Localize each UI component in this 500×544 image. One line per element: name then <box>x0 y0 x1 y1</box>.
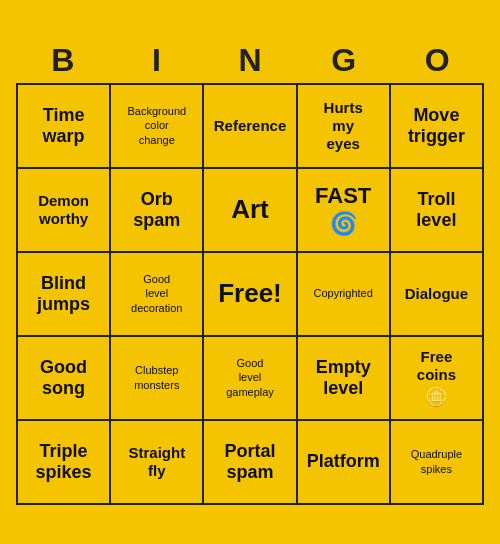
cell-label: Free! <box>218 279 282 308</box>
header-letter: G <box>297 40 391 81</box>
bingo-cell-r2c1: Goodleveldecoration <box>111 253 204 337</box>
bingo-card: BINGO TimewarpBackgroundcolorchangeRefer… <box>10 34 490 511</box>
cell-label: Hurtsmyeyes <box>324 99 363 153</box>
cell-label: Freecoins <box>417 348 456 384</box>
bingo-cell-r4c4: Quadruplespikes <box>391 421 484 505</box>
bingo-cell-r1c0: Demonworthy <box>18 169 111 253</box>
cell-label: Dialogue <box>405 285 468 303</box>
cell-label: Clubstepmonsters <box>134 363 179 392</box>
header-letter: B <box>16 40 110 81</box>
cell-label: Timewarp <box>43 105 85 146</box>
bingo-cell-r3c2: Goodlevelgameplay <box>204 337 297 421</box>
cell-label: Triplespikes <box>36 441 92 482</box>
cell-label: FAST <box>315 183 371 209</box>
coin-icon: 🪙 <box>425 386 447 408</box>
bingo-grid: TimewarpBackgroundcolorchangeReferenceHu… <box>16 83 484 505</box>
bingo-cell-r2c0: Blindjumps <box>18 253 111 337</box>
cell-label: Goodleveldecoration <box>131 272 182 315</box>
bingo-cell-r4c0: Triplespikes <box>18 421 111 505</box>
header-letter: I <box>110 40 204 81</box>
bingo-cell-r1c4: Trolllevel <box>391 169 484 253</box>
bingo-cell-r3c3: Emptylevel <box>298 337 391 421</box>
cell-label: Goodsong <box>40 357 87 398</box>
cell-label: Art <box>231 195 269 224</box>
bingo-cell-r0c0: Timewarp <box>18 85 111 169</box>
cell-label: Movetrigger <box>408 105 465 146</box>
header-letter: N <box>203 40 297 81</box>
fast-icon: 🌀 <box>330 211 357 237</box>
bingo-header: BINGO <box>16 40 484 81</box>
cell-label: Goodlevelgameplay <box>226 356 274 399</box>
cell-label: Trolllevel <box>416 189 456 230</box>
bingo-cell-r1c2: Art <box>204 169 297 253</box>
cell-label: Demonworthy <box>38 192 89 228</box>
bingo-cell-r4c2: Portalspam <box>204 421 297 505</box>
bingo-cell-r2c3: Copyrighted <box>298 253 391 337</box>
cell-label: Straightfly <box>128 444 185 480</box>
bingo-cell-r1c1: Orbspam <box>111 169 204 253</box>
bingo-cell-r0c1: Backgroundcolorchange <box>111 85 204 169</box>
bingo-cell-r3c4: Freecoins🪙 <box>391 337 484 421</box>
cell-label: Reference <box>214 117 287 135</box>
bingo-cell-r2c4: Dialogue <box>391 253 484 337</box>
cell-label: Quadruplespikes <box>411 447 462 476</box>
bingo-cell-r0c4: Movetrigger <box>391 85 484 169</box>
cell-label: Copyrighted <box>314 286 373 300</box>
cell-label: Portalspam <box>224 441 275 482</box>
bingo-cell-r3c1: Clubstepmonsters <box>111 337 204 421</box>
cell-label: Orbspam <box>133 189 180 230</box>
cell-label: Blindjumps <box>37 273 90 314</box>
bingo-cell-r0c3: Hurtsmyeyes <box>298 85 391 169</box>
bingo-cell-r4c3: Platform <box>298 421 391 505</box>
cell-label: Platform <box>307 451 380 472</box>
bingo-cell-r1c3: FAST🌀 <box>298 169 391 253</box>
bingo-cell-r0c2: Reference <box>204 85 297 169</box>
bingo-cell-r3c0: Goodsong <box>18 337 111 421</box>
bingo-cell-r4c1: Straightfly <box>111 421 204 505</box>
header-letter: O <box>390 40 484 81</box>
bingo-cell-r2c2: Free! <box>204 253 297 337</box>
cell-label: Emptylevel <box>316 357 371 398</box>
cell-label: Backgroundcolorchange <box>127 104 186 147</box>
